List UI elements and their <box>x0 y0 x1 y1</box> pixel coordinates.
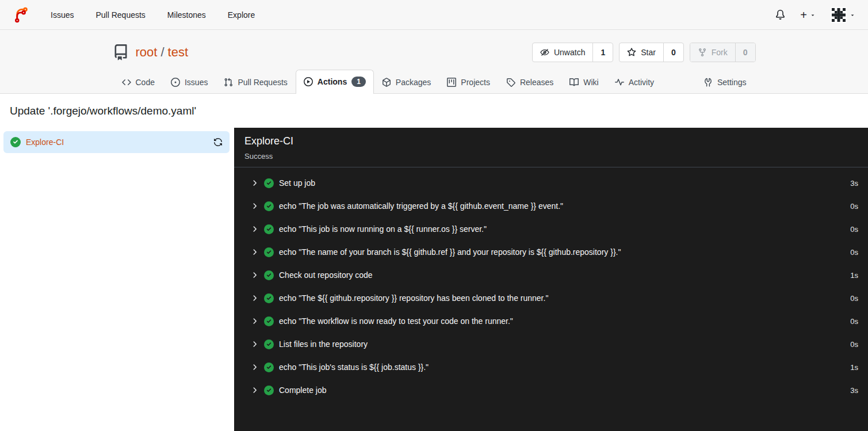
notifications-bell-icon[interactable] <box>775 10 785 20</box>
step-duration: 0s <box>850 294 858 303</box>
issue-opened-icon <box>171 78 180 87</box>
step-duration: 0s <box>850 202 858 211</box>
forgejo-logo-icon[interactable] <box>13 6 30 24</box>
book-icon <box>569 78 579 87</box>
project-board-icon <box>447 78 456 87</box>
success-check-icon <box>264 178 274 188</box>
step-name: List files in the repository <box>279 340 368 349</box>
nav-item-issues[interactable]: Issues <box>51 10 74 20</box>
star-button[interactable]: Star <box>620 43 663 62</box>
tab-wiki[interactable]: Wiki <box>561 71 606 94</box>
repo-action-buttons: Unwatch 1 Star 0 <box>532 43 756 62</box>
create-new-dropdown[interactable]: + <box>800 9 816 21</box>
repo-breadcrumb: root/test <box>136 45 189 60</box>
fork-icon <box>698 48 707 57</box>
chevron-right-icon[interactable] <box>251 294 259 302</box>
step-duration: 0s <box>850 248 858 257</box>
code-icon <box>122 78 131 87</box>
tab-label: Settings <box>717 78 747 87</box>
tab-label: Packages <box>396 78 431 87</box>
step-name: echo "This job's status is ${{ job.statu… <box>279 363 429 372</box>
tab-issues[interactable]: Issues <box>163 71 216 94</box>
repo-header: root/test Unwatch 1 <box>0 30 868 94</box>
fork-count: 0 <box>735 43 755 62</box>
breadcrumb-separator: / <box>157 45 167 59</box>
repo-tab-bar: Code Issues Pull Requests Actions 1 Pack… <box>113 70 756 93</box>
step-row[interactable]: echo "This job is now running on a ${{ r… <box>234 218 868 241</box>
chevron-right-icon[interactable] <box>251 248 259 256</box>
step-list: Set up job 3s echo "The job was automati… <box>234 167 868 406</box>
repo-book-icon <box>113 44 129 60</box>
success-check-icon <box>264 247 274 257</box>
tab-settings[interactable]: Settings <box>695 71 755 94</box>
step-duration: 1s <box>850 271 858 280</box>
chevron-down-icon <box>850 12 855 18</box>
job-panel-title: Explore-CI <box>244 135 858 147</box>
chevron-right-icon[interactable] <box>251 271 259 279</box>
primary-nav: Issues Pull Requests Milestones Explore <box>51 10 255 20</box>
chevron-right-icon[interactable] <box>251 317 259 325</box>
tab-packages[interactable]: Packages <box>374 71 439 94</box>
repo-name-link[interactable]: test <box>168 45 188 59</box>
step-row[interactable]: echo "The workflow is now ready to test … <box>234 310 868 333</box>
tab-label: Wiki <box>583 78 598 87</box>
fork-button: Fork <box>690 43 735 62</box>
chevron-down-icon <box>810 12 816 18</box>
step-row[interactable]: Set up job 3s <box>234 171 868 194</box>
step-row[interactable]: echo "This job's status is ${{ job.statu… <box>234 356 868 379</box>
success-check-icon <box>10 137 21 147</box>
actions-count-badge: 1 <box>351 77 366 87</box>
job-log-panel: Explore-CI Success Set up job 3s echo "T… <box>234 128 868 431</box>
user-avatar-identicon <box>831 7 847 23</box>
success-check-icon <box>264 386 274 395</box>
step-name: Check out repository code <box>279 270 373 280</box>
step-row[interactable]: echo "The name of your branch is ${{ git… <box>234 241 868 264</box>
star-button-group: Star 0 <box>619 43 683 62</box>
star-label: Star <box>641 48 656 57</box>
tab-pull-requests[interactable]: Pull Requests <box>216 71 295 94</box>
job-item-explore-ci[interactable]: Explore-CI <box>3 131 230 153</box>
success-check-icon <box>264 201 274 211</box>
step-name: echo "The workflow is now ready to test … <box>279 316 513 326</box>
step-row[interactable]: List files in the repository 0s <box>234 333 868 356</box>
star-count[interactable]: 0 <box>663 43 683 62</box>
user-menu[interactable] <box>831 7 855 23</box>
chevron-right-icon[interactable] <box>251 202 259 210</box>
step-row[interactable]: Complete job 3s <box>234 379 868 402</box>
tab-releases[interactable]: Releases <box>498 71 561 94</box>
run-content: Explore-CI Explore-CI Success Set up job… <box>0 128 868 431</box>
nav-item-pull-requests[interactable]: Pull Requests <box>95 10 145 20</box>
tab-label: Releases <box>520 78 553 87</box>
watch-count[interactable]: 1 <box>592 43 613 62</box>
step-name: echo "The name of your branch is ${{ git… <box>279 247 621 257</box>
step-name: echo "The ${{ github.repository }} repos… <box>279 293 548 303</box>
tab-label: Actions <box>318 77 347 86</box>
chevron-right-icon[interactable] <box>251 363 259 371</box>
tag-icon <box>506 78 515 87</box>
repo-owner-link[interactable]: root <box>136 45 158 59</box>
success-check-icon <box>264 270 274 280</box>
chevron-right-icon[interactable] <box>251 179 259 187</box>
unwatch-button[interactable]: Unwatch <box>533 43 592 62</box>
tab-code[interactable]: Code <box>114 71 163 94</box>
rerun-sync-icon[interactable] <box>213 138 223 147</box>
chevron-right-icon[interactable] <box>251 386 259 394</box>
step-name: Set up job <box>279 178 315 188</box>
step-row[interactable]: Check out repository code 1s <box>234 264 868 287</box>
tab-projects[interactable]: Projects <box>439 71 498 94</box>
success-check-icon <box>264 316 274 326</box>
step-row[interactable]: echo "The job was automatically triggere… <box>234 194 868 218</box>
fork-label: Fork <box>712 48 728 57</box>
tab-actions[interactable]: Actions 1 <box>296 70 374 94</box>
nav-item-explore[interactable]: Explore <box>228 10 255 20</box>
package-icon <box>382 78 391 87</box>
chevron-right-icon[interactable] <box>251 225 259 233</box>
tab-activity[interactable]: Activity <box>607 71 662 94</box>
step-name: echo "The job was automatically triggere… <box>279 201 563 211</box>
nav-item-milestones[interactable]: Milestones <box>167 10 206 20</box>
chevron-right-icon[interactable] <box>251 340 259 348</box>
success-check-icon <box>264 340 274 349</box>
step-row[interactable]: echo "The ${{ github.repository }} repos… <box>234 287 868 310</box>
job-name: Explore-CI <box>26 138 208 147</box>
success-check-icon <box>264 293 274 303</box>
